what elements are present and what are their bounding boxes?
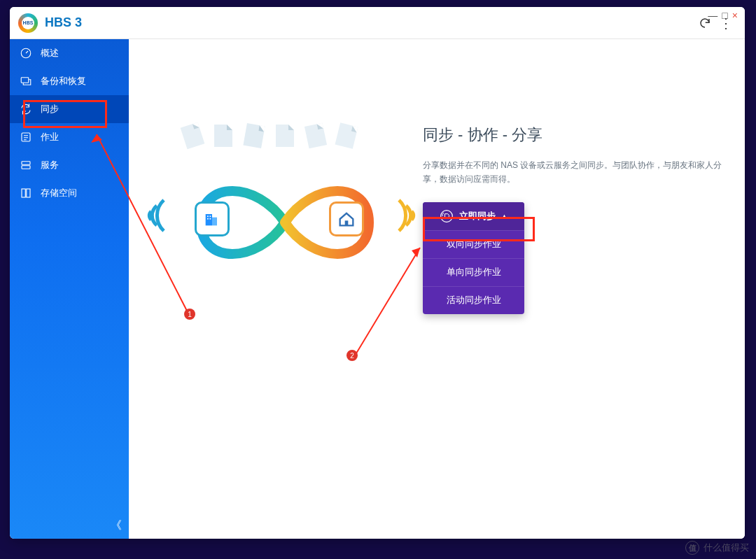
maximize-button[interactable]: □ <box>722 10 727 21</box>
backup-icon <box>20 75 32 87</box>
caret-up-icon: ▲ <box>501 213 507 220</box>
sidebar-item-overview[interactable]: 概述 <box>10 39 129 67</box>
main-description: 分享数据并在不同的 NAS 设备或云服务之间同步。与团队协作，与朋友和家人分享，… <box>423 158 724 187</box>
signal-right-icon <box>392 194 427 239</box>
menu-item-two-way-sync[interactable]: 双向同步作业 <box>423 230 524 258</box>
svg-rect-12 <box>210 218 211 220</box>
document-icon <box>335 122 358 148</box>
svg-point-14 <box>441 210 453 222</box>
main-heading: 同步 - 协作 - 分享 <box>423 125 724 146</box>
app-logo-icon <box>18 13 38 33</box>
document-icon <box>276 125 294 147</box>
watermark-text: 什么值得买 <box>704 542 749 554</box>
sync-now-label: 立即同步 <box>459 210 496 222</box>
sidebar-item-label: 作业 <box>41 131 59 143</box>
sync-doc-icon <box>440 209 454 223</box>
svg-rect-6 <box>27 189 30 197</box>
svg-rect-9 <box>207 215 209 217</box>
watermark: 值 什么值得买 <box>685 541 749 555</box>
sync-icon <box>20 103 32 115</box>
app-title: HBS 3 <box>45 15 82 30</box>
svg-rect-1 <box>21 78 29 83</box>
sync-now-button[interactable]: 立即同步 ▲ <box>423 202 524 230</box>
chevron-left-double-icon: 《 <box>111 519 122 531</box>
list-icon <box>20 131 32 143</box>
svg-rect-5 <box>22 189 25 197</box>
sidebar-item-sync[interactable]: 同步 <box>10 95 129 123</box>
sync-illustration <box>141 125 414 285</box>
sidebar: 概述 备份和恢复 同步 作业 服务 存储空间 <box>10 39 129 539</box>
document-icon <box>181 122 205 149</box>
sidebar-item-label: 服务 <box>41 159 59 171</box>
minimize-button[interactable]: — <box>708 10 718 21</box>
document-icon <box>304 123 327 149</box>
document-icon <box>214 125 232 147</box>
menu-item-one-way-sync[interactable]: 单向同步作业 <box>423 258 524 286</box>
sidebar-item-jobs[interactable]: 作业 <box>10 123 129 151</box>
close-button[interactable]: × <box>732 10 738 21</box>
svg-rect-10 <box>210 215 211 217</box>
sidebar-item-label: 概述 <box>41 47 59 59</box>
floating-docs <box>183 125 356 147</box>
sidebar-item-label: 同步 <box>41 103 59 115</box>
building-node-icon <box>195 201 230 236</box>
svg-rect-4 <box>22 166 30 169</box>
app-window: — □ × HBS 3 ⋮ 概述 备份和恢复 同步 <box>10 7 745 539</box>
document-icon <box>243 123 265 148</box>
menu-item-active-sync[interactable]: 活动同步作业 <box>423 286 524 314</box>
window-controls: — □ × <box>705 7 741 24</box>
storage-icon <box>20 187 32 199</box>
content-text-block: 同步 - 协作 - 分享 分享数据并在不同的 NAS 设备或云服务之间同步。与团… <box>423 125 724 314</box>
watermark-logo-icon: 值 <box>685 541 699 555</box>
svg-rect-8 <box>212 218 217 226</box>
svg-rect-11 <box>207 218 209 220</box>
sidebar-item-services[interactable]: 服务 <box>10 151 129 179</box>
sync-now-menu: 立即同步 ▲ 双向同步作业 单向同步作业 活动同步作业 <box>423 202 524 314</box>
titlebar: HBS 3 ⋮ <box>10 7 745 39</box>
main-content: 同步 - 协作 - 分享 分享数据并在不同的 NAS 设备或云服务之间同步。与团… <box>129 39 745 539</box>
svg-rect-3 <box>22 162 30 165</box>
server-icon <box>20 159 32 171</box>
sidebar-item-label: 备份和恢复 <box>41 75 86 87</box>
sidebar-item-label: 存储空间 <box>41 187 77 199</box>
home-node-icon <box>329 201 364 236</box>
svg-rect-7 <box>206 214 212 225</box>
gauge-icon <box>20 47 32 59</box>
sidebar-item-backup-restore[interactable]: 备份和恢复 <box>10 67 129 95</box>
sidebar-collapse-button[interactable]: 《 <box>111 518 122 533</box>
svg-rect-13 <box>345 220 349 225</box>
signal-left-icon <box>136 194 171 239</box>
sidebar-item-storage[interactable]: 存储空间 <box>10 179 129 207</box>
